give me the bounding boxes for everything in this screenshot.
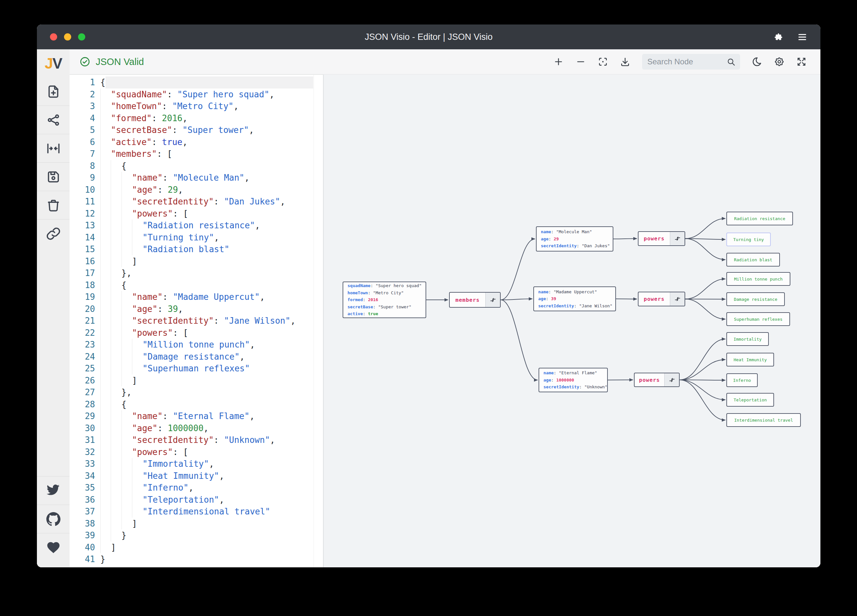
collapse-node-button[interactable] xyxy=(670,232,685,245)
code-token: : xyxy=(158,303,167,315)
indent-guide xyxy=(132,458,142,470)
code-token: } xyxy=(100,553,105,565)
code-token: : xyxy=(167,88,177,101)
node-row: formed: 2016 xyxy=(348,296,421,303)
graph-view-button[interactable] xyxy=(37,105,70,134)
save-json-button[interactable] xyxy=(37,163,70,191)
sponsor-link[interactable] xyxy=(37,533,70,562)
indent-guide xyxy=(100,422,111,434)
code-token: , xyxy=(244,172,249,184)
line-number: 33 xyxy=(70,458,95,470)
puzzle-extension-icon[interactable] xyxy=(773,32,784,42)
graph-edge xyxy=(680,380,726,400)
github-link[interactable] xyxy=(37,505,70,533)
line-number: 14 xyxy=(70,232,95,244)
object-node[interactable]: name: "Madame Uppercut"age: 39secretIden… xyxy=(533,286,616,311)
collapse-node-button[interactable] xyxy=(670,293,685,306)
code-token: , xyxy=(270,434,275,446)
indent-guide xyxy=(132,482,142,494)
leaf-node[interactable]: Interdimensional travel xyxy=(726,413,801,427)
leaf-node[interactable]: Damage resistance xyxy=(726,293,785,306)
download-image-button[interactable] xyxy=(620,57,630,67)
indent-guide xyxy=(100,279,111,291)
line-number: 41 xyxy=(70,553,95,565)
line-number: 40 xyxy=(70,542,95,554)
settings-button[interactable] xyxy=(774,57,784,67)
indent-guide xyxy=(122,172,132,184)
node-value: true xyxy=(368,311,378,316)
node-row: age: 1000000 xyxy=(543,376,603,384)
object-node[interactable]: name: "Eternal Flame"age: 1000000secretI… xyxy=(538,368,608,392)
json-status-label: JSON Valid xyxy=(96,57,144,67)
code-token: { xyxy=(122,160,127,172)
code-token: "Turning tiny" xyxy=(142,232,214,244)
line-number: 1 xyxy=(70,76,95,88)
indent-guide xyxy=(100,100,111,112)
editor-scrollbar[interactable] xyxy=(314,75,314,567)
object-node[interactable]: squadName: "Super hero squad"homeTown: "… xyxy=(343,282,426,318)
json-editor[interactable]: 1{2"squadName": "Super hero squad",3"hom… xyxy=(70,75,324,567)
leaf-node[interactable]: Inferno xyxy=(726,373,758,387)
code-line: 29"name": "Eternal Flame", xyxy=(70,410,323,422)
line-number: 6 xyxy=(70,136,95,148)
code-token: , xyxy=(214,232,219,244)
leaf-node[interactable]: Teleportation xyxy=(726,393,774,407)
indent-guide xyxy=(100,506,111,518)
center-view-button[interactable] xyxy=(598,57,608,67)
leaf-node-text: Radiation blast xyxy=(734,257,772,262)
node-key: secretIdentity xyxy=(538,303,574,308)
search-icon[interactable] xyxy=(727,57,735,66)
code-token: "Interdimensional travel" xyxy=(142,506,270,518)
active-line-highlight xyxy=(105,76,313,88)
code-token: : xyxy=(162,100,172,112)
fullscreen-button[interactable] xyxy=(796,57,807,67)
indent-guide xyxy=(111,160,121,172)
app-logo[interactable]: JV xyxy=(37,50,70,77)
collapse-node-button[interactable] xyxy=(485,293,500,307)
leaf-node[interactable]: Turning tiny xyxy=(726,232,771,246)
line-number: 27 xyxy=(70,386,95,398)
new-document-button[interactable] xyxy=(37,77,70,105)
leaf-node[interactable]: Immortality xyxy=(726,332,769,346)
graph-canvas[interactable]: squadName: "Super hero squad"homeTown: "… xyxy=(324,74,820,567)
code-content: ] xyxy=(100,255,323,268)
leaf-node[interactable]: Superhuman reflexes xyxy=(726,312,790,326)
indent-guide xyxy=(100,172,111,184)
center-graph-button[interactable] xyxy=(37,134,70,163)
line-number: 25 xyxy=(70,362,95,375)
parent-node-powers[interactable]: powers xyxy=(634,373,680,387)
code-content: "Teleportation", xyxy=(100,494,323,506)
collapse-node-button[interactable] xyxy=(664,373,679,386)
search-node-input[interactable] xyxy=(647,57,723,67)
indent-guide xyxy=(111,267,121,279)
parent-node-members[interactable]: members xyxy=(449,292,501,308)
share-link-button[interactable] xyxy=(37,219,70,248)
indent-guide xyxy=(111,398,121,410)
zoom-out-button[interactable] xyxy=(575,57,586,67)
indent-guide xyxy=(111,172,121,184)
node-separator: : xyxy=(370,283,376,288)
browser-menu-icon[interactable] xyxy=(797,32,807,42)
code-token: "Superhuman reflexes" xyxy=(142,362,250,375)
clear-json-button[interactable] xyxy=(37,191,70,219)
parent-node-powers[interactable]: powers xyxy=(638,231,685,246)
object-node[interactable]: name: "Molecule Man"age: 29secretIdentit… xyxy=(536,226,613,251)
indent-guide xyxy=(111,279,121,291)
search-node-box[interactable] xyxy=(642,54,740,70)
leaf-node[interactable]: Radiation resistance xyxy=(726,212,793,225)
indent-guide xyxy=(111,184,121,196)
leaf-node[interactable]: Million tonne punch xyxy=(726,272,790,286)
twitter-link[interactable] xyxy=(37,476,70,505)
dark-mode-button[interactable] xyxy=(752,57,762,67)
code-token: "Super tower" xyxy=(182,124,249,136)
code-token: , xyxy=(219,494,224,506)
code-token: : xyxy=(213,434,224,446)
code-token: 29 xyxy=(167,184,178,196)
leaf-node[interactable]: Radiation blast xyxy=(726,253,780,266)
zoom-in-button[interactable] xyxy=(553,57,564,67)
code-token: "name" xyxy=(132,172,162,184)
indent-guide xyxy=(100,494,111,506)
leaf-node[interactable]: Heat Immunity xyxy=(726,353,774,367)
node-value: 29 xyxy=(554,237,559,241)
parent-node-powers[interactable]: powers xyxy=(638,292,685,306)
